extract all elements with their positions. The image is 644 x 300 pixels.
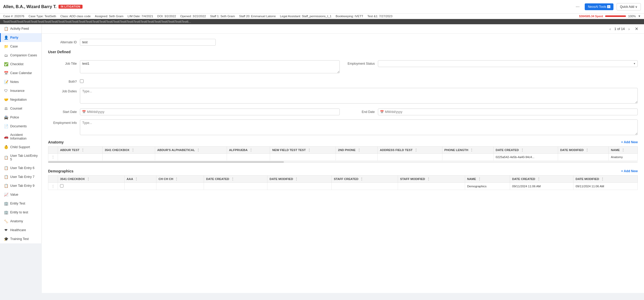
job-title-input[interactable]: [80, 60, 340, 73]
demo-date-modified2-col-options[interactable]: ⋮: [600, 177, 605, 181]
date-modified-col-options[interactable]: ⋮: [584, 148, 590, 152]
end-date-input[interactable]: [378, 109, 638, 115]
demo-date-modified-col-options[interactable]: ⋮: [294, 177, 299, 181]
status-badge: IN LITIGATION: [58, 5, 82, 9]
demo-row-checkbox-input[interactable]: [60, 184, 63, 188]
sidebar-item-negotiation[interactable]: 🤝Negotiation: [0, 95, 42, 104]
address-col-options[interactable]: ⋮: [413, 148, 419, 152]
sidebar-label-insurance: Insurance: [10, 89, 25, 93]
demo-date-created-col-options[interactable]: ⋮: [230, 177, 235, 181]
sidebar-item-notes[interactable]: 📝Notes: [0, 77, 42, 86]
demo-ch-col-options[interactable]: ⋮: [174, 177, 179, 181]
sidebar-item-activity-feed[interactable]: 📋Activity Feed: [0, 24, 42, 33]
sidebar: 📋Activity Feed👤Party📁Case🗂Companion Case…: [0, 24, 42, 243]
prev-button[interactable]: ‹: [608, 26, 612, 32]
both-checkbox[interactable]: [80, 79, 84, 83]
test-field: Test &1: 7/27/2023: [367, 15, 393, 18]
demographics-add-new-button[interactable]: + Add New: [621, 169, 638, 173]
sidebar-item-user-tab-6[interactable]: 📋User Tab Entry 6: [0, 164, 42, 172]
sidebar-item-user-tab-7[interactable]: 📋User Tab Entry 7: [0, 172, 42, 181]
sidebar-item-entity-test[interactable]: 🏢Entity Test: [0, 199, 42, 208]
client-name: Allen, B.A., Wizard Barry T.: [3, 4, 56, 9]
name-col-options[interactable]: ⋮: [620, 148, 626, 152]
row-abdur-test: [58, 154, 103, 161]
demo-row-name: Demographics: [465, 183, 510, 190]
neosai-button[interactable]: NeosAI Tools 🅰: [585, 3, 613, 10]
phone-length-col-options[interactable]: ⋮: [469, 148, 474, 152]
demographics-header-row: 3541 CHECKBOX ⋮ AAA ⋮ CH CH CH ⋮ DATE CR…: [48, 176, 638, 183]
quick-add-button[interactable]: Quick Add ∨: [617, 3, 641, 10]
checklist-icon: ✅: [4, 62, 8, 66]
employment-info-input[interactable]: [80, 119, 638, 135]
demo-aaa-col-options[interactable]: ⋮: [134, 177, 139, 181]
row-dots[interactable]: ⋮: [50, 155, 56, 159]
sidebar-item-accident-information[interactable]: 🚗Accident Information: [0, 131, 42, 143]
table-row: ⋮ 0225a542-4e5b-4a40-94c4... Anatomy: [48, 154, 638, 161]
date-created-col-options[interactable]: ⋮: [520, 148, 525, 152]
sidebar-item-healthcare[interactable]: ❤Healthcare: [0, 226, 42, 235]
new-field-col-options[interactable]: ⋮: [307, 148, 312, 152]
job-duties-field: Job Duties: [48, 88, 638, 104]
demo-th-staff-created: STAFF CREATED ⋮: [332, 176, 398, 183]
sidebar-item-case-calendar[interactable]: 📅Case Calendar: [0, 69, 42, 77]
negotiation-icon: 🤝: [4, 98, 8, 102]
more-button[interactable]: ···: [573, 3, 582, 10]
sidebar-item-counsel[interactable]: ⚖Counsel: [0, 104, 42, 113]
top-header: Allen, B.A., Wizard Barry T. IN LITIGATI…: [0, 0, 644, 14]
end-date-field: End Date 📅: [346, 109, 638, 115]
sidebar-item-companion-cases[interactable]: 🗂Companion Cases: [0, 51, 42, 60]
anatomy-add-new-button[interactable]: + Add New: [621, 140, 638, 144]
sidebar-item-child-support[interactable]: 👶Child Support: [0, 143, 42, 152]
sidebar-item-checklist[interactable]: ✅Checklist: [0, 60, 42, 69]
sidebar-item-party[interactable]: 👤Party: [0, 33, 42, 42]
demo-checkbox-col-options[interactable]: ⋮: [86, 177, 91, 181]
next-button[interactable]: ›: [627, 26, 631, 32]
anatomy-icon: 🦴: [4, 219, 8, 223]
anatomy-th-2nd-phone: 2ND PHONE ⋮: [336, 147, 378, 154]
anatomy-table-header: Anatomy + Add New: [48, 140, 638, 144]
demo-staff-created-col-options[interactable]: ⋮: [359, 177, 364, 181]
row-name: Anatomy: [609, 154, 638, 161]
demo-th-actions: [48, 176, 58, 183]
2nd-phone-col-options[interactable]: ⋮: [356, 148, 362, 152]
accident-information-icon: 🚗: [4, 135, 8, 139]
close-button[interactable]: ✕: [633, 26, 640, 32]
demo-row-dots[interactable]: ⋮: [50, 185, 56, 188]
sidebar-item-user-tab-5[interactable]: 📋User Tab List/Entry 5: [0, 152, 42, 164]
anatomy-heading: Anatomy: [48, 140, 64, 144]
demo-date-created2-col-options[interactable]: ⋮: [536, 177, 541, 181]
sidebar-item-training-test[interactable]: 🎓Training Test: [0, 235, 42, 243]
anatomy-section: Anatomy + Add New ABDUR TEST ⋮ 3541 CHEC…: [48, 140, 638, 163]
sidebar-item-entity-to-test[interactable]: 🏢Entity to test: [0, 208, 42, 217]
alpha-col-options[interactable]: ⋮: [196, 148, 201, 152]
alfprueba-col-options[interactable]: ⋮: [248, 148, 254, 152]
sidebar-item-value[interactable]: 📈Value: [0, 190, 42, 199]
abdur-test-col-options[interactable]: ⋮: [80, 148, 85, 152]
alternate-id-input[interactable]: [80, 39, 216, 46]
sidebar-item-documents[interactable]: 📄Documents: [0, 122, 42, 131]
demo-th-date-modified: DATE MODIFIED ⋮: [267, 176, 332, 183]
end-date-label: End Date: [346, 109, 375, 114]
demo-row-ch: [156, 183, 204, 190]
sidebar-item-case[interactable]: 📁Case: [0, 42, 42, 51]
demo-name-col-options[interactable]: ⋮: [477, 177, 482, 181]
employment-status-select[interactable]: [378, 60, 638, 67]
job-duties-input[interactable]: [80, 88, 638, 104]
start-date-input[interactable]: [80, 109, 340, 115]
sidebar-item-user-tab-9[interactable]: 📋User Tab Entry 9: [0, 181, 42, 190]
start-date-label: Start Date: [48, 109, 77, 114]
anatomy-th-alphabetical: ABDUR'S ALPHABETICAL ⋮: [155, 147, 227, 154]
job-title-field: Job Title: [48, 60, 340, 74]
calendar-icon-end: 📅: [380, 110, 384, 114]
demo-staff-modified-col-options[interactable]: ⋮: [426, 177, 431, 181]
sidebar-label-child-support: Child Support: [10, 145, 30, 149]
sidebar-item-insurance[interactable]: 🛡Insurance: [0, 86, 42, 95]
sidebar-item-anatomy[interactable]: 🦴Anatomy: [0, 217, 42, 226]
chevron-down-icon[interactable]: ▼: [638, 15, 641, 18]
checkbox-col-options[interactable]: ⋮: [130, 148, 136, 152]
sidebar-item-police[interactable]: 🚔Police: [0, 113, 42, 122]
anatomy-scrollbar[interactable]: [48, 161, 638, 163]
job-duties-input-wrap: [80, 88, 638, 104]
calendar-icon-start: 📅: [82, 110, 86, 114]
sidebar-label-case-calendar: Case Calendar: [10, 71, 32, 75]
